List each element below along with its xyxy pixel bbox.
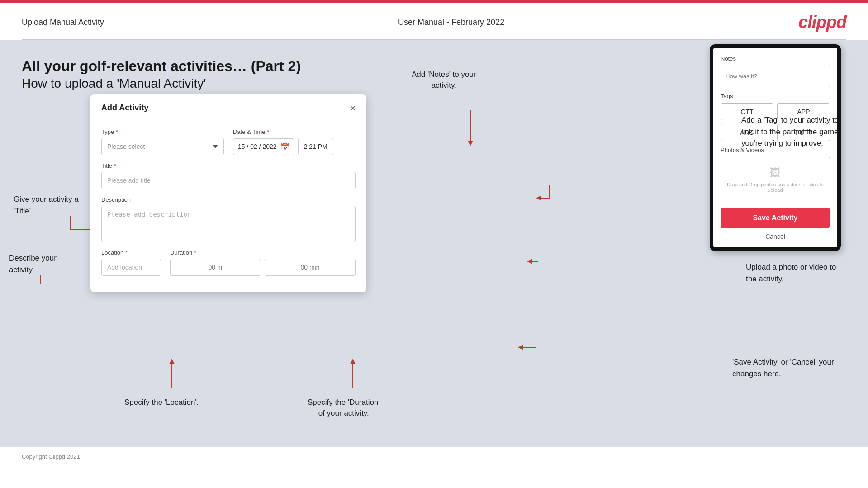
title-label: Title * (101, 162, 356, 169)
ann-location: Specify the 'Location'. (124, 397, 199, 408)
copyright: Copyright Clippd 2021 (22, 453, 80, 460)
logo: clippd (798, 13, 846, 32)
svg-marker-12 (169, 359, 175, 364)
duration-required: * (194, 249, 196, 256)
ann-save-text: 'Save Activity' or 'Cancel' your changes… (732, 358, 834, 378)
type-label: Type * (101, 128, 224, 135)
ann-describe-text: Describe youractivity. (9, 254, 57, 274)
notes-input[interactable] (721, 65, 830, 87)
type-required: * (116, 128, 118, 135)
photo-drop-zone[interactable]: 🖼 Drag and Drop photos and videos or cli… (721, 157, 830, 202)
ann-photo-text: Upload a photo or video to the activity. (746, 263, 836, 283)
duration-group (170, 259, 356, 276)
notes-label: Notes (721, 55, 830, 62)
time-input[interactable]: 2:21 PM (298, 138, 333, 155)
ann-duration: Specify the 'Duration'of your activity. (308, 397, 380, 419)
ann-photo: Upload a photo or video to the activity. (746, 261, 845, 284)
header: Upload Manual Activity User Manual - Feb… (0, 3, 868, 39)
svg-marker-24 (518, 345, 523, 350)
location-required: * (125, 249, 128, 256)
modal-close-button[interactable]: × (350, 104, 356, 113)
modal-title: Add Activity (101, 103, 148, 113)
add-activity-modal: Add Activity × Type * Please select Dat (90, 94, 366, 292)
form-row-type-datetime: Type * Please select Date & Time * 15 / (101, 128, 356, 155)
duration-label: Duration * (170, 249, 356, 256)
form-row-description: Description (101, 196, 356, 242)
form-group-duration: Duration * (170, 249, 356, 276)
datetime-label: Date & Time * (233, 128, 356, 135)
date-input[interactable]: 15 / 02 / 2022 📅 (233, 138, 294, 155)
ann-duration-text: Specify the 'Duration'of your activity. (308, 398, 380, 417)
ann-location-text: Specify the 'Location'. (124, 398, 199, 407)
description-label: Description (101, 196, 356, 203)
modal-header: Add Activity × (90, 94, 366, 119)
header-left: Upload Manual Activity (22, 18, 104, 27)
ann-notes-text: Add 'Notes' to youractivity. (412, 70, 476, 90)
form-group-location: Location * (101, 249, 161, 276)
svg-marker-22 (527, 259, 532, 264)
form-group-datetime: Date & Time * 15 / 02 / 2022 📅 2:21 PM (233, 128, 356, 155)
ann-describe: Describe youractivity. (9, 252, 57, 275)
photo-icon: 🖼 (726, 166, 825, 179)
title-input[interactable] (101, 172, 356, 189)
duration-min-input[interactable] (265, 259, 356, 276)
location-label: Location * (101, 249, 161, 256)
svg-marker-17 (468, 141, 473, 146)
date-value: 15 / 02 / 2022 (238, 143, 277, 150)
form-group-type: Type * Please select (101, 128, 224, 155)
save-activity-button[interactable]: Save Activity (721, 208, 830, 228)
main-content: All your golf-relevant activities… (Part… (0, 40, 868, 447)
header-center: User Manual - February 2022 (398, 18, 504, 27)
type-select[interactable]: Please select (101, 138, 224, 155)
ann-title: Give your activity a'Title'. (14, 194, 79, 217)
title-required: * (114, 162, 116, 169)
ann-tag-text: Add a 'Tag' to your activity to link it … (741, 116, 839, 147)
form-row-title: Title * (101, 162, 356, 189)
svg-marker-15 (350, 359, 356, 364)
svg-marker-20 (536, 195, 541, 201)
cancel-link[interactable]: Cancel (721, 233, 830, 240)
modal-body: Type * Please select Date & Time * 15 / (90, 119, 366, 292)
ann-notes: Add 'Notes' to youractivity. (412, 69, 476, 91)
ann-tag: Add a 'Tag' to your activity to link it … (741, 114, 845, 149)
datetime-required: * (267, 128, 269, 135)
photo-drop-text: Drag and Drop photos and videos or click… (726, 182, 825, 193)
tags-label: Tags (721, 93, 830, 99)
ann-title-text: Give your activity a'Title'. (14, 195, 79, 215)
calendar-icon: 📅 (280, 142, 289, 151)
description-textarea[interactable] (101, 206, 356, 242)
date-time-group: 15 / 02 / 2022 📅 2:21 PM (233, 138, 356, 155)
ann-save: 'Save Activity' or 'Cancel' your changes… (732, 356, 850, 379)
location-input[interactable] (101, 259, 161, 276)
form-group-title: Title * (101, 162, 356, 189)
form-group-description: Description (101, 196, 356, 242)
form-row-location-duration: Location * Duration * (101, 249, 356, 276)
duration-hr-input[interactable] (170, 259, 261, 276)
footer: Copyright Clippd 2021 (0, 447, 868, 466)
